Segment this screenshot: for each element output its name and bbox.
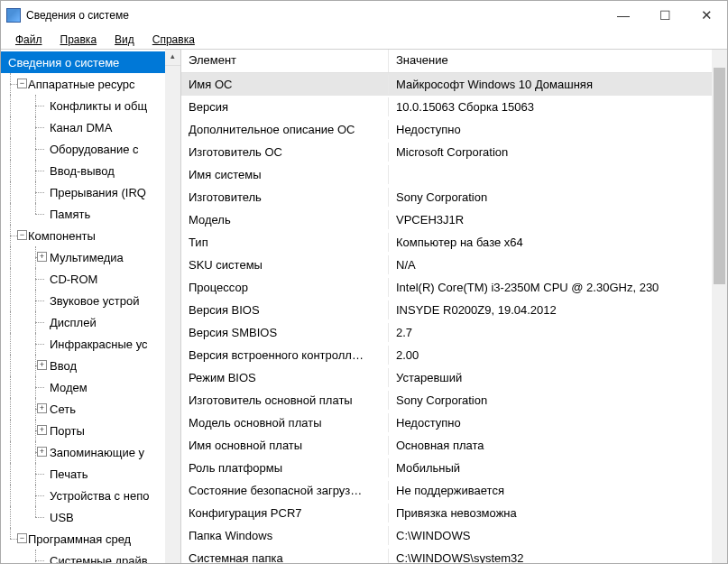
detail-value: 2.00 [389,346,727,365]
detail-row[interactable]: Имя системы [181,163,727,186]
plus-icon[interactable]: + [37,425,47,435]
menu-bar: Файл Правка Вид Справка [1,30,727,50]
menu-view[interactable]: Вид [106,32,143,48]
detail-element: Модель основной платы [181,413,389,432]
detail-value [389,172,727,178]
tree-modem[interactable]: Модем [1,376,180,398]
detail-value: N/A [389,255,727,274]
detail-element: Изготовитель основной платы [181,391,389,410]
close-button[interactable]: ✕ [686,1,727,30]
detail-element: Тип [181,233,389,252]
detail-value: 2.7 [389,323,727,342]
details-scrollbar[interactable] [712,50,727,563]
plus-icon[interactable]: + [37,252,47,262]
tree-memory[interactable]: Память [1,203,180,225]
detail-value: VPCEH3J1R [389,210,727,229]
detail-element: Состояние безопасной загруз… [181,481,389,500]
detail-element: Конфигурация PCR7 [181,504,389,522]
detail-element: Имя основной платы [181,436,389,455]
detail-value: Основная плата [389,436,727,455]
tree-cdrom[interactable]: CD-ROM [1,268,180,290]
minus-icon[interactable]: − [17,79,27,88]
tree-storage[interactable]: + Запоминающие у [1,441,180,463]
detail-row[interactable]: SKU системыN/A [181,254,727,276]
detail-row[interactable]: Имя основной платыОсновная плата [181,434,727,457]
menu-help[interactable]: Справка [143,32,204,48]
minimize-button[interactable]: — [603,1,644,30]
detail-row[interactable]: Роль платформыМобильный [181,457,727,479]
tree: Сведения о системе − Аппаратные ресурс К… [1,50,180,563]
detail-element: Режим BIOS [181,368,389,387]
detail-row[interactable]: Системная папкаC:\WINDOWS\system32 [181,547,727,563]
column-element[interactable]: Элемент [181,50,389,72]
detail-row[interactable]: Модель основной платыНедоступно [181,411,727,434]
detail-element: SKU системы [181,255,389,274]
tree-network[interactable]: + Сеть [1,398,180,420]
tree-system-drivers[interactable]: Системные драйв [1,550,180,563]
tree-components[interactable]: − Компоненты [1,225,180,246]
minus-icon[interactable]: − [17,533,27,543]
tree-io[interactable]: Ввод-вывод [1,160,180,181]
tree-multimedia[interactable]: + Мультимедиа [1,246,180,268]
detail-value: Мобильный [389,458,727,477]
detail-value: Устаревший [389,368,727,387]
plus-icon[interactable]: + [37,360,47,370]
detail-row[interactable]: Версия встроенного контролл…2.00 [181,344,727,366]
plus-icon[interactable]: + [37,447,47,457]
window-controls: — ☐ ✕ [603,1,727,30]
tree-irqs[interactable]: Прерывания (IRQ [1,181,180,203]
column-value[interactable]: Значение [389,50,727,72]
tree-forced-hardware[interactable]: Оборудование с [1,138,180,160]
detail-row[interactable]: Версия SMBIOS2.7 [181,321,727,344]
maximize-button[interactable]: ☐ [644,1,686,30]
details-body: Имя ОСМайкрософт Windows 10 ДомашняяВерс… [181,73,727,563]
tree-scrollbar[interactable] [165,50,180,563]
tree-usb[interactable]: USB [1,506,180,528]
detail-value: Intel(R) Core(TM) i3-2350M CPU @ 2.30GHz… [389,278,727,297]
detail-row[interactable]: Изготовитель ОСMicrosoft Corporation [181,141,727,163]
detail-row[interactable]: Папка WindowsC:\WINDOWS [181,524,727,547]
detail-element: Имя ОС [181,75,389,94]
detail-row[interactable]: Версия10.0.15063 Сборка 15063 [181,96,727,118]
tree-input[interactable]: + Ввод [1,355,180,376]
detail-row[interactable]: Режим BIOSУстаревший [181,366,727,389]
detail-row[interactable]: ПроцессорIntel(R) Core(TM) i3-2350M CPU … [181,276,727,299]
detail-row[interactable]: Изготовитель основной платыSony Corporat… [181,389,727,411]
plus-icon[interactable]: + [37,403,47,413]
detail-value: Привязка невозможна [389,504,727,522]
tree-printing[interactable]: Печать [1,463,180,485]
tree-software-environment[interactable]: − Программная сред [1,528,180,550]
detail-element: Версия BIOS [181,300,389,319]
detail-row[interactable]: Конфигурация PCR7Привязка невозможна [181,502,727,524]
detail-element: Системная папка [181,549,389,563]
detail-element: Изготовитель [181,188,389,207]
scrollbar-thumb[interactable] [714,68,725,284]
tree-conflicts[interactable]: Конфликты и общ [1,95,180,116]
tree-hardware-resources[interactable]: − Аппаратные ресурс [1,73,180,95]
tree-problem-devices[interactable]: Устройства с непо [1,485,180,506]
detail-row[interactable]: ИзготовительSony Corporation [181,186,727,208]
tree-sound-device[interactable]: Звуковое устрой [1,290,180,311]
detail-value: Майкрософт Windows 10 Домашняя [389,75,727,94]
detail-row[interactable]: Имя ОСМайкрософт Windows 10 Домашняя [181,73,727,96]
tree-display[interactable]: Дисплей [1,311,180,333]
detail-row[interactable]: Версия BIOSINSYDE R0200Z9, 19.04.2012 [181,299,727,321]
detail-value: Sony Corporation [389,188,727,207]
detail-row[interactable]: МодельVPCEH3J1R [181,208,727,231]
tree-ports[interactable]: + Порты [1,420,180,441]
tree-infrared[interactable]: Инфракрасные ус [1,333,180,355]
detail-element: Версия встроенного контролл… [181,346,389,365]
minus-icon[interactable]: − [17,230,27,240]
details-header: Элемент Значение [181,50,727,73]
detail-value: Не поддерживается [389,481,727,500]
tree-root-system-summary[interactable]: Сведения о системе [1,51,180,73]
detail-row[interactable]: Дополнительное описание ОСНедоступно [181,118,727,141]
details-panel: Элемент Значение Имя ОСМайкрософт Window… [181,50,727,563]
main-content: Сведения о системе − Аппаратные ресурс К… [1,50,727,563]
detail-row[interactable]: Состояние безопасной загруз…Не поддержив… [181,479,727,502]
detail-element: Модель [181,210,389,229]
menu-edit[interactable]: Правка [51,32,106,48]
menu-file[interactable]: Файл [6,32,51,48]
detail-row[interactable]: ТипКомпьютер на базе x64 [181,231,727,254]
tree-dma[interactable]: Канал DMA [1,116,180,138]
